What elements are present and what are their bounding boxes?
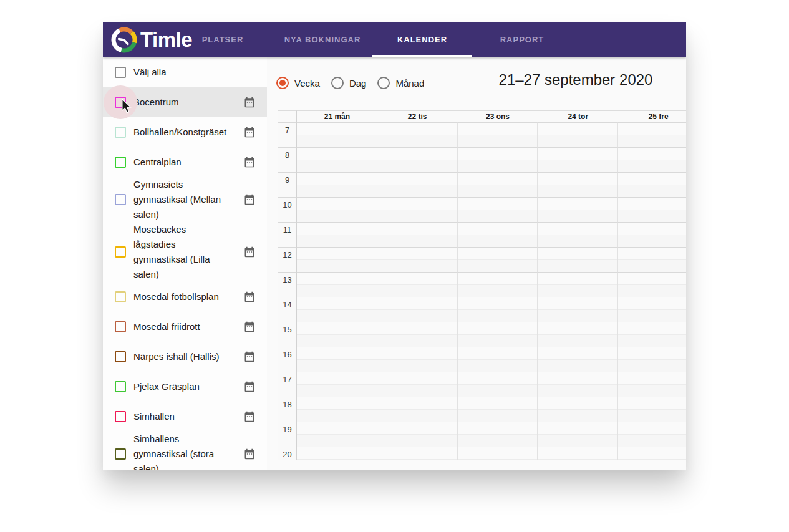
calendar-cell[interactable] <box>377 422 458 447</box>
venue-checkbox[interactable] <box>115 157 126 168</box>
calendar-cell[interactable] <box>458 322 538 347</box>
calendar-cell[interactable] <box>377 272 458 297</box>
select-all-checkbox[interactable] <box>115 67 126 78</box>
sidebar-item[interactable]: Mosebackes lågstadies gymnastiksal (Lill… <box>103 222 267 282</box>
calendar-cell[interactable] <box>377 222 458 247</box>
radio-button-icon[interactable] <box>331 77 344 89</box>
venue-checkbox[interactable] <box>115 351 126 362</box>
sidebar-item[interactable]: Simhallen <box>103 402 267 432</box>
calendar-cell[interactable] <box>458 122 538 147</box>
calendar-cell[interactable] <box>297 372 377 397</box>
calendar-cell[interactable] <box>538 247 618 272</box>
calendar-cell[interactable] <box>458 447 538 460</box>
calendar-icon[interactable] <box>243 156 256 168</box>
calendar-cell[interactable] <box>377 347 458 372</box>
sidebar-item[interactable]: Centralplan <box>103 147 267 177</box>
calendar-cell[interactable] <box>458 347 538 372</box>
calendar-cell[interactable] <box>538 197 618 222</box>
calendar-cell[interactable] <box>297 347 377 372</box>
calendar-cell[interactable] <box>618 397 686 422</box>
venue-checkbox[interactable] <box>115 321 126 332</box>
calendar-cell[interactable] <box>377 247 458 272</box>
sidebar-item[interactable]: Mosedal fotbollsplan <box>103 282 267 312</box>
calendar-cell[interactable] <box>538 322 618 347</box>
calendar-icon[interactable] <box>243 321 256 333</box>
calendar-cell[interactable] <box>297 247 377 272</box>
calendar-cell[interactable] <box>618 197 686 222</box>
calendar-cell[interactable] <box>538 347 618 372</box>
calendar-cell[interactable] <box>538 272 618 297</box>
calendar-cell[interactable] <box>618 272 686 297</box>
calendar-cell[interactable] <box>618 422 686 447</box>
tab-nya-bokningar[interactable]: NYA BOKNINGAR <box>273 22 372 57</box>
calendar-cell[interactable] <box>618 122 686 147</box>
calendar-cell[interactable] <box>458 397 538 422</box>
radio-manad[interactable]: Månad <box>377 77 424 89</box>
calendar-cell[interactable] <box>458 147 538 172</box>
calendar-icon[interactable] <box>243 410 256 423</box>
calendar-cell[interactable] <box>618 322 686 347</box>
calendar-cell[interactable] <box>458 422 538 447</box>
calendar-icon[interactable] <box>243 126 256 138</box>
calendar-cell[interactable] <box>297 172 377 197</box>
calendar-cell[interactable] <box>618 247 686 272</box>
calendar-cell[interactable] <box>297 297 377 322</box>
calendar-cell[interactable] <box>297 147 377 172</box>
calendar-cell[interactable] <box>458 247 538 272</box>
calendar-cell[interactable] <box>538 422 618 447</box>
calendar-cell[interactable] <box>538 372 618 397</box>
calendar-cell[interactable] <box>538 147 618 172</box>
calendar-cell[interactable] <box>297 447 377 460</box>
sidebar-item[interactable]: Gymnasiets gymnastiksal (Mellan salen) <box>103 177 267 222</box>
calendar-icon[interactable] <box>243 380 256 393</box>
calendar-cell[interactable] <box>297 322 377 347</box>
calendar-cell[interactable] <box>538 122 618 147</box>
calendar-cell[interactable] <box>297 122 377 147</box>
calendar-cell[interactable] <box>458 372 538 397</box>
calendar-cell[interactable] <box>618 447 686 460</box>
calendar-icon[interactable] <box>243 96 256 109</box>
calendar-cell[interactable] <box>458 222 538 247</box>
tab-rapport[interactable]: RAPPORT <box>472 22 572 57</box>
radio-button-icon[interactable] <box>377 77 390 89</box>
calendar-cell[interactable] <box>458 172 538 197</box>
venue-checkbox[interactable] <box>115 448 126 460</box>
calendar-cell[interactable] <box>538 222 618 247</box>
calendar-cell[interactable] <box>618 147 686 172</box>
tab-kalender[interactable]: KALENDER <box>372 22 472 57</box>
sidebar-item[interactable]: Närpes ishall (Hallis) <box>103 342 267 372</box>
calendar-icon[interactable] <box>243 448 256 460</box>
venue-checkbox[interactable] <box>115 246 126 258</box>
calendar-cell[interactable] <box>538 397 618 422</box>
venue-checkbox[interactable] <box>115 291 126 302</box>
radio-dag[interactable]: Dag <box>331 77 367 89</box>
calendar-cell[interactable] <box>458 197 538 222</box>
venue-checkbox[interactable] <box>115 194 126 205</box>
calendar-cell[interactable] <box>618 172 686 197</box>
calendar-cell[interactable] <box>297 422 377 447</box>
calendar-cell[interactable] <box>377 297 458 322</box>
radio-button-icon[interactable] <box>276 77 289 89</box>
calendar-cell[interactable] <box>297 272 377 297</box>
calendar-cell[interactable] <box>377 197 458 222</box>
calendar-cell[interactable] <box>377 172 458 197</box>
calendar-cell[interactable] <box>297 197 377 222</box>
calendar-cell[interactable] <box>377 447 458 460</box>
calendar-cell[interactable] <box>297 397 377 422</box>
calendar-cell[interactable] <box>377 147 458 172</box>
calendar-cell[interactable] <box>618 347 686 372</box>
tab-platser[interactable]: PLATSER <box>173 22 273 57</box>
calendar-cell[interactable] <box>538 297 618 322</box>
venue-checkbox[interactable] <box>115 381 126 392</box>
calendar-cell[interactable] <box>618 297 686 322</box>
calendar-cell[interactable] <box>377 322 458 347</box>
calendar-cell[interactable] <box>458 297 538 322</box>
calendar-icon[interactable] <box>243 351 256 363</box>
venue-checkbox[interactable] <box>115 97 126 108</box>
venue-checkbox[interactable] <box>115 127 126 138</box>
calendar-cell[interactable] <box>458 272 538 297</box>
calendar-icon[interactable] <box>243 246 256 258</box>
sidebar-item[interactable]: Bocentrum <box>103 87 267 117</box>
calendar-cell[interactable] <box>618 222 686 247</box>
calendar-cell[interactable] <box>538 172 618 197</box>
